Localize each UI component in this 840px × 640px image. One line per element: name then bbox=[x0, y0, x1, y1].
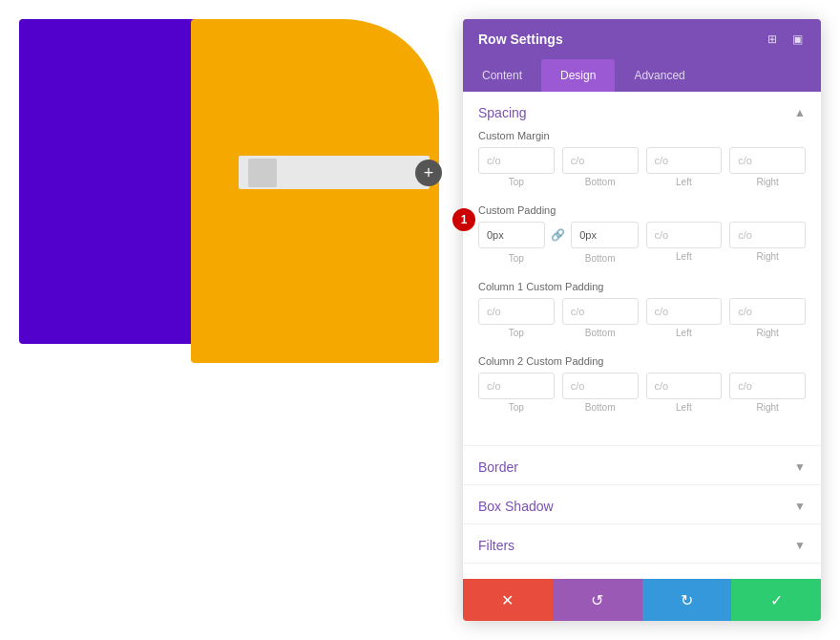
custom-margin-group: Custom Margin Top Bottom bbox=[478, 130, 806, 189]
padding-right-input[interactable] bbox=[729, 222, 806, 248]
tab-content[interactable]: Content bbox=[463, 59, 541, 92]
col1-padding-label: Column 1 Custom Padding bbox=[478, 281, 806, 292]
col1-bottom-group: Bottom bbox=[562, 298, 639, 338]
col2-bottom-label: Bottom bbox=[562, 402, 639, 413]
panel-content: Spacing ▲ Custom Margin Top bbox=[463, 92, 821, 579]
tab-bar: Content Design Advanced bbox=[463, 59, 821, 92]
margin-bottom-group: Bottom bbox=[562, 147, 639, 187]
border-section-header[interactable]: Border ▼ bbox=[463, 446, 821, 484]
margin-bottom-input[interactable] bbox=[562, 147, 639, 174]
padding-top-input[interactable] bbox=[478, 222, 545, 248]
margin-left-label: Left bbox=[646, 177, 723, 187]
cancel-button[interactable]: ✕ bbox=[463, 579, 553, 621]
redo-button[interactable]: ↻ bbox=[642, 579, 732, 621]
padding-right-label: Right bbox=[729, 251, 806, 262]
animation-section-header[interactable]: Animation ▼ bbox=[463, 564, 821, 579]
margin-right-input[interactable] bbox=[729, 147, 806, 174]
col1-right-label: Right bbox=[729, 328, 806, 338]
col1-right-input[interactable] bbox=[729, 298, 806, 325]
col1-top-group: Top bbox=[478, 298, 555, 338]
col2-padding-inputs: Top Bottom bbox=[478, 373, 806, 415]
border-toggle-icon: ▼ bbox=[794, 460, 806, 474]
col2-left-group: Left bbox=[646, 373, 723, 413]
margin-top-bottom-group: Top Bottom bbox=[478, 147, 639, 189]
bottom-bar: ✕ ↺ ↻ ✓ bbox=[463, 579, 821, 621]
margin-lr-row: Left Right bbox=[646, 147, 807, 187]
panel-title: Row Settings bbox=[478, 32, 563, 47]
filters-title: Filters bbox=[478, 538, 514, 553]
add-row-button[interactable]: + bbox=[415, 160, 442, 186]
padding-tb-col: 🔗 Top Bottom bbox=[478, 222, 639, 266]
animation-section: Animation ▼ bbox=[463, 564, 821, 579]
col2-right-input[interactable] bbox=[729, 373, 806, 399]
reset-icon: ↺ bbox=[591, 591, 603, 609]
col1-left-label: Left bbox=[646, 328, 723, 338]
box-shadow-toggle-icon: ▼ bbox=[794, 500, 806, 513]
filters-section: Filters ▼ bbox=[463, 524, 821, 564]
settings-icon[interactable]: ⊞ bbox=[764, 31, 781, 48]
box-shadow-section-header[interactable]: Box Shadow ▼ bbox=[463, 485, 821, 523]
custom-padding-group: Custom Padding 🔗 bbox=[478, 204, 806, 266]
spacing-title: Spacing bbox=[478, 105, 527, 120]
image-strip bbox=[239, 156, 430, 189]
margin-top-label: Top bbox=[478, 177, 555, 187]
yellow-area bbox=[191, 19, 439, 363]
spacing-section-body: Custom Margin Top Bottom bbox=[463, 130, 821, 445]
margin-top-group: Top bbox=[478, 147, 555, 187]
reset-button[interactable]: ↺ bbox=[553, 579, 642, 621]
custom-margin-label: Custom Margin bbox=[478, 130, 806, 141]
save-button[interactable]: ✓ bbox=[731, 579, 821, 621]
padding-top-group bbox=[478, 222, 545, 248]
col2-right-group: Right bbox=[729, 373, 806, 413]
padding-left-group: Left bbox=[646, 222, 723, 262]
padding-lr-col: Left Right bbox=[646, 222, 807, 266]
col1-bottom-input[interactable] bbox=[562, 298, 639, 325]
col1-left-input[interactable] bbox=[646, 298, 723, 325]
margin-left-right-group: Left Right bbox=[646, 147, 807, 189]
spacing-section-header[interactable]: Spacing ▲ bbox=[463, 92, 821, 130]
white-bottom bbox=[19, 363, 439, 640]
col1-tb-row: Top Bottom bbox=[478, 298, 639, 338]
collapse-icon[interactable]: ▣ bbox=[788, 31, 806, 48]
cancel-icon: ✕ bbox=[501, 591, 514, 609]
margin-tb-row: Top Bottom bbox=[478, 147, 639, 187]
spacing-section: Spacing ▲ Custom Margin Top bbox=[463, 92, 821, 446]
col2-top-input[interactable] bbox=[478, 373, 555, 399]
padding-bottom-group bbox=[571, 222, 638, 248]
margin-top-input[interactable] bbox=[478, 147, 555, 174]
padding-left-input[interactable] bbox=[646, 222, 723, 248]
col2-tb-col: Top Bottom bbox=[478, 373, 639, 415]
custom-margin-inputs: Top Bottom bbox=[478, 147, 806, 189]
col1-top-input[interactable] bbox=[478, 298, 555, 325]
padding-lr-row: Left Right bbox=[646, 222, 807, 262]
padding-tb-row: 🔗 bbox=[478, 222, 639, 248]
padding-bottom-input[interactable] bbox=[571, 222, 638, 248]
col2-padding-group: Column 2 Custom Padding Top Bottom bbox=[478, 355, 806, 415]
col1-tb-col: Top Bottom bbox=[478, 298, 639, 340]
col1-padding-inputs: Top Bottom bbox=[478, 298, 806, 340]
border-title: Border bbox=[478, 459, 518, 475]
col2-padding-label: Column 2 Custom Padding bbox=[478, 355, 806, 367]
col2-top-label: Top bbox=[478, 402, 555, 413]
col2-top-group: Top bbox=[478, 373, 555, 413]
padding-top-label: Top bbox=[478, 253, 555, 264]
col2-lr-col: Left Right bbox=[646, 373, 807, 415]
tab-advanced[interactable]: Advanced bbox=[615, 59, 704, 92]
col2-bottom-input[interactable] bbox=[562, 373, 639, 399]
padding-tb-labels: Top Bottom bbox=[478, 250, 639, 264]
margin-bottom-label: Bottom bbox=[562, 177, 639, 187]
link-icon[interactable]: 🔗 bbox=[549, 228, 567, 242]
filters-section-header[interactable]: Filters ▼ bbox=[463, 524, 821, 563]
step-indicator: 1 bbox=[452, 208, 475, 231]
col1-lr-col: Left Right bbox=[646, 298, 807, 340]
padding-bottom-label: Bottom bbox=[562, 253, 639, 264]
redo-icon: ↻ bbox=[681, 591, 693, 609]
margin-right-group: Right bbox=[729, 147, 806, 187]
tab-design[interactable]: Design bbox=[541, 59, 615, 92]
custom-padding-inputs: 🔗 Top Bottom bbox=[478, 222, 806, 266]
margin-left-input[interactable] bbox=[646, 147, 723, 174]
col2-left-input[interactable] bbox=[646, 373, 723, 399]
custom-padding-label: Custom Padding bbox=[478, 204, 806, 216]
col2-left-label: Left bbox=[646, 402, 723, 413]
box-shadow-section: Box Shadow ▼ bbox=[463, 485, 821, 524]
